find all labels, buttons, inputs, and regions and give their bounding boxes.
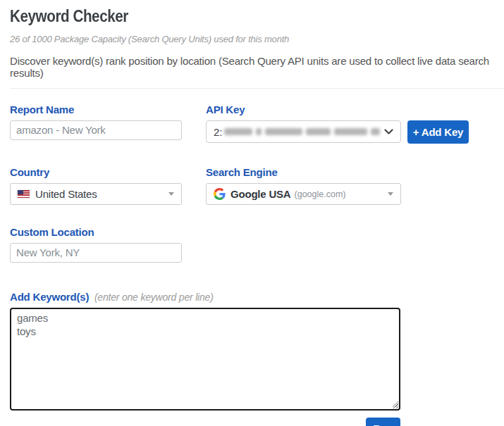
google-logo-icon xyxy=(214,188,226,200)
search-engine-select[interactable]: Google USA (google.com) xyxy=(206,183,401,205)
search-engine-label: Search Engine xyxy=(206,166,401,179)
api-key-controls: 2: + Add Key xyxy=(206,120,469,144)
chevron-down-icon xyxy=(384,125,393,138)
page-description: Discover keyword(s) rank position by loc… xyxy=(10,55,504,79)
us-flag-icon xyxy=(18,190,30,198)
search-engine-domain: (google.com) xyxy=(295,189,346,199)
report-name-label: Report Name xyxy=(10,104,182,116)
custom-location-input[interactable] xyxy=(10,243,182,263)
keywords-hint: (enter one keyword per line) xyxy=(92,292,213,303)
api-key-label: API Key xyxy=(206,104,469,116)
keyword-checker-page: Keyword Checker 26 of 1000 Package Capac… xyxy=(0,0,504,426)
api-key-value-prefix: 2: xyxy=(214,126,223,138)
run-button[interactable]: Run xyxy=(366,418,400,426)
country-field-group: Country United States xyxy=(10,166,182,205)
country-label: Country xyxy=(10,166,182,179)
caret-down-icon xyxy=(168,192,174,196)
row-report-api: Report Name API Key 2: + Add Key xyxy=(10,104,504,144)
custom-location-field-group: Custom Location xyxy=(10,226,182,263)
page-title: Keyword Checker xyxy=(10,6,435,26)
divider xyxy=(10,88,504,89)
api-key-select[interactable]: 2: xyxy=(206,120,401,143)
package-usage-note: 26 of 1000 Package Capacity (Search Quer… xyxy=(10,34,504,44)
keywords-label-text: Add Keyword(s) xyxy=(10,291,89,303)
custom-location-label: Custom Location xyxy=(10,226,182,239)
row-country-engine: Country United States Search Engine Goog… xyxy=(10,166,504,205)
country-value: United States xyxy=(35,188,97,200)
country-select[interactable]: United States xyxy=(10,183,182,205)
search-engine-value: Google USA xyxy=(231,188,291,200)
keywords-textarea[interactable]: games toys xyxy=(10,308,400,411)
keywords-label: Add Keyword(s) (enter one keyword per li… xyxy=(10,291,504,303)
report-name-field-group: Report Name xyxy=(10,104,182,140)
row-custom-location: Custom Location xyxy=(10,226,504,263)
api-key-field-group: API Key 2: + Add Key xyxy=(206,104,469,144)
api-key-redacted-value xyxy=(224,128,380,135)
add-key-button[interactable]: + Add Key xyxy=(407,120,469,144)
caret-down-icon xyxy=(388,192,393,196)
run-button-row: Run xyxy=(10,418,400,426)
search-engine-field-group: Search Engine Google USA (google.com) xyxy=(206,166,401,205)
keywords-section: Add Keyword(s) (enter one keyword per li… xyxy=(10,291,504,426)
keywords-textarea-wrap: games toys xyxy=(10,308,400,411)
report-name-input[interactable] xyxy=(10,120,182,140)
